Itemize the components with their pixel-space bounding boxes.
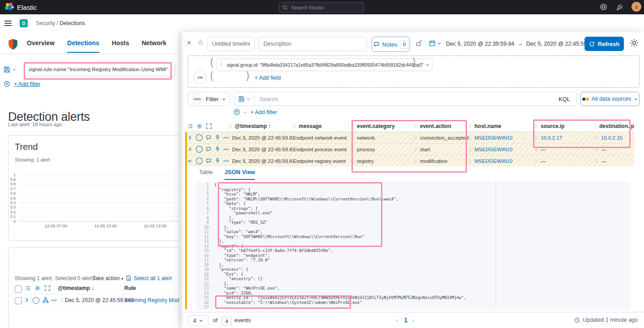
more-actions-icon[interactable]: ••• [224,159,229,163]
pin-event-icon[interactable] [33,297,39,304]
drag-handle-icon[interactable] [229,124,232,128]
prev-page-icon[interactable]: ‹ [396,317,398,324]
cell-host-name[interactable]: MSEDGEWIN10 [469,135,535,141]
drag-handle-icon[interactable] [220,63,222,67]
timestamp-column-header[interactable]: @timestamp ↓ [58,285,94,291]
page-size-select[interactable]: 4 [188,315,208,326]
breadcrumb-parent[interactable]: Security [36,20,55,26]
kql-popover-button[interactable]: KQL [559,96,570,102]
pin-event-icon[interactable] [196,158,203,164]
saved-query-menu[interactable] [234,92,255,106]
drag-handle-icon[interactable] [351,124,354,128]
cell-event-category[interactable]: network [351,135,414,141]
fields-icon[interactable] [25,285,31,291]
more-actions-icon[interactable]: ••• [51,298,57,302]
timeline-settings-gear-icon[interactable] [630,38,639,47]
timeline-title-input[interactable] [207,37,255,51]
cell-timestamp[interactable]: Dec 5, 2020 @ 22:45:59.824 [229,158,293,164]
date-range[interactable]: Dec 5, 2020 @ 22:39:59.84 → Dec 5, 2020 … [446,37,595,51]
cell-event-action[interactable]: start [414,147,469,152]
add-filter-link[interactable]: + Add filter [250,109,277,115]
gear-icon[interactable] [34,285,41,291]
fullscreen-icon[interactable] [44,285,51,291]
tab-json-view[interactable]: JSON View [225,169,255,180]
add-note-icon[interactable] [206,135,212,141]
cell-timestamp[interactable]: Dec 5, 2020 @ 22:45:59.823 [229,135,293,141]
rule-column-header[interactable]: Rule [124,285,136,291]
data-sources-button[interactable]: All data sources [580,92,640,106]
global-search-input[interactable] [290,4,359,11]
drag-handle-icon[interactable] [293,124,296,128]
cell-event-category[interactable]: process [351,147,414,152]
cell-message[interactable]: Endpoint registry event [293,158,351,164]
pin-event-icon[interactable] [196,146,203,153]
take-action-button[interactable]: Take action ▾ [93,275,123,281]
drag-handle-icon[interactable] [535,124,538,128]
chevron-down-icon[interactable] [187,158,193,164]
filter-icon[interactable] [4,81,10,87]
cell-host-name[interactable]: MSEDGEWIN10 [469,147,535,152]
drag-handle-icon[interactable] [595,124,596,128]
column-header-message[interactable]: message [293,123,351,129]
page-number[interactable]: 1 [404,317,407,323]
next-page-icon[interactable]: › [412,317,414,324]
tab-detections[interactable]: Detections [67,39,99,53]
add-note-icon[interactable] [206,158,212,164]
timeline-search-input[interactable] [255,95,552,103]
saved-query-menu[interactable] [4,62,17,77]
column-header-destination-ip[interactable]: destination.ip [595,123,634,129]
cell-destination-ip[interactable]: — [595,147,634,152]
pin-icon[interactable] [215,158,220,164]
pin-icon[interactable] [215,135,220,141]
cell-source-ip[interactable]: — [535,147,595,152]
select-all-button[interactable]: Select all 1 alert [126,275,172,281]
timeline-description-input[interactable] [258,37,367,51]
close-icon[interactable]: × [187,38,191,47]
deployment-icon[interactable] [600,3,607,11]
menu-icon[interactable] [4,19,12,27]
remove-provider-icon[interactable]: × [426,62,429,68]
json-code-block[interactable]: 1{2 "registry": {3 "hive": "HKLM",4 "pat… [195,182,631,310]
cell-message[interactable]: Endpoint process event [293,147,351,152]
column-header--timestamp[interactable]: @timestamp ↑ [229,123,293,129]
column-header-event-category[interactable]: event.category [351,123,414,129]
newsfeed-icon[interactable] [616,3,624,11]
refresh-button[interactable]: Refresh [585,37,624,51]
unlock-icon[interactable] [415,40,422,47]
alerts-kql-input[interactable] [24,62,175,77]
filter-mode-dropdown[interactable]: AND Filter [188,92,230,106]
cell-destination-ip[interactable]: — [595,158,634,164]
cell-timestamp[interactable]: Dec 5, 2020 @ 22:45:59.824 [229,147,293,152]
drag-handle-icon[interactable] [60,298,63,302]
cell-event-action[interactable]: modification [414,158,469,164]
cell-host-name[interactable]: MSEDGEWIN10 [469,158,535,164]
elastic-logo[interactable] [4,2,14,12]
drag-handle-icon[interactable] [414,124,417,128]
column-header-source-ip[interactable]: source.ip [535,123,595,129]
more-actions-icon[interactable]: ••• [224,147,229,152]
chevron-right-icon[interactable] [24,297,30,303]
fields-icon[interactable] [187,123,193,129]
tab-hosts[interactable]: Hosts [112,39,129,53]
date-picker-button[interactable] [429,40,441,47]
star-icon[interactable]: ☆ [197,38,203,47]
cell-source-ip[interactable]: 10.0.2.17 [535,135,595,141]
tab-table[interactable]: Table [199,169,213,180]
notes-button[interactable]: Notes 0 [372,37,410,52]
gear-icon[interactable] [196,123,203,129]
chevron-right-icon[interactable] [187,135,193,141]
drag-handle-icon[interactable] [469,124,471,128]
app-icon-badge[interactable]: D [20,19,28,27]
add-note-icon[interactable] [206,146,212,152]
chevron-right-icon[interactable] [187,146,193,152]
tab-network[interactable]: Network [142,39,166,53]
data-providers-dropzone[interactable]: ( signal.group.id: "9ffa4bda334217a1e85a… [188,55,640,88]
cell-event-action[interactable]: connection_accepted [414,135,469,141]
cell-message[interactable]: Endpoint network event [293,135,351,141]
tab-overview[interactable]: Overview [27,39,55,53]
cell-source-ip[interactable]: — [535,158,595,164]
cell-destination-ip[interactable]: 10.0.2.15 [595,135,634,141]
analyzer-icon[interactable] [42,297,49,303]
global-search[interactable] [279,2,364,13]
data-provider-chip[interactable]: signal.group.id: "9ffa4bda334217a1e85a37… [216,59,432,71]
